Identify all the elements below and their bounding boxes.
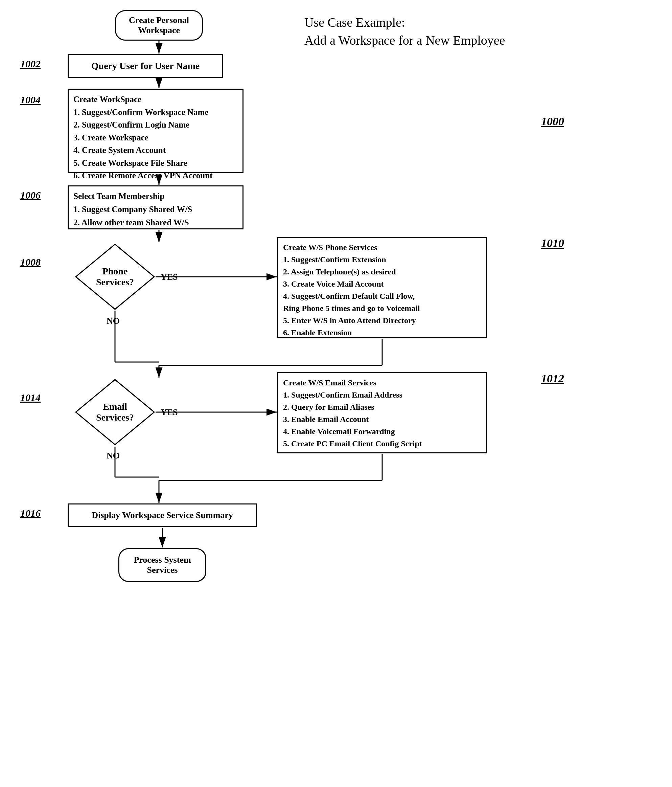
step-label-1004: 1004 — [20, 94, 41, 106]
start-label: Create PersonalWorkspace — [129, 15, 189, 36]
end-label: Process SystemServices — [134, 555, 191, 575]
step-label-1002: 1002 — [20, 58, 41, 70]
yes-label-1014: YES — [161, 408, 178, 417]
svg-marker-1 — [76, 379, 154, 445]
end-box: Process SystemServices — [118, 548, 206, 582]
step-label-1008: 1008 — [20, 256, 41, 268]
step-1004-box: Create WorkSpace 1. Suggest/Confirm Work… — [68, 88, 243, 173]
start-box: Create PersonalWorkspace — [115, 10, 203, 41]
step-1006-label: Select Team Membership 1. Suggest Compan… — [73, 190, 192, 229]
step-1004-label: Create WorkSpace 1. Suggest/Confirm Work… — [73, 93, 212, 182]
step-1016-label: Display Workspace Service Summary — [91, 510, 233, 520]
step-1010-box: Create W/S Phone Services 1. Suggest/Con… — [277, 237, 487, 338]
diamond-1014: EmailServices? — [74, 378, 156, 446]
diagram-container: Use Case Example: Add a Workspace for a … — [0, 0, 672, 787]
step-1006-box: Select Team Membership 1. Suggest Compan… — [68, 185, 243, 229]
no-label-1008: NO — [107, 316, 120, 326]
step-1010-label: Create W/S Phone Services 1. Suggest/Con… — [283, 241, 420, 339]
step-label-1012: 1012 — [541, 372, 564, 385]
step-label-1014: 1014 — [20, 392, 41, 403]
svg-marker-0 — [76, 244, 154, 309]
step-label-1016: 1016 — [20, 507, 41, 519]
step-1016-box: Display Workspace Service Summary — [68, 504, 257, 527]
step-1002-box: Query User for User Name — [68, 54, 223, 78]
diagram-title: Use Case Example: Add a Workspace for a … — [304, 14, 505, 49]
step-1002-label: Query User for User Name — [91, 60, 200, 71]
step-1012-label: Create W/S Email Services 1. Suggest/Con… — [283, 376, 422, 450]
title-line2: Add a Workspace for a New Employee — [304, 32, 505, 49]
no-label-1014: NO — [107, 451, 120, 461]
diamond-1008: PhoneServices? — [74, 243, 156, 311]
step-label-1010: 1010 — [541, 237, 564, 250]
step-label-1000: 1000 — [541, 115, 564, 128]
step-1012-box: Create W/S Email Services 1. Suggest/Con… — [277, 372, 487, 454]
yes-label-1008: YES — [161, 272, 178, 282]
title-line1: Use Case Example: — [304, 14, 505, 32]
step-label-1006: 1006 — [20, 190, 41, 201]
